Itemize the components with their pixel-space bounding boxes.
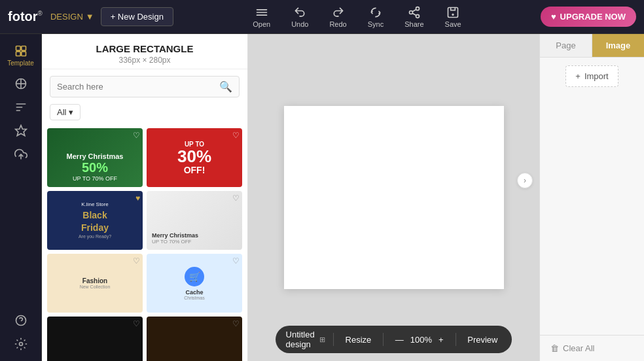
- search-input[interactable]: [57, 82, 219, 92]
- top-bar: fotor® DESIGN ▼ + New Design Open Undo R…: [0, 0, 644, 34]
- svg-point-1: [409, 10, 412, 14]
- trash-icon: 🗑: [550, 343, 559, 353]
- svg-point-2: [416, 14, 419, 18]
- sidebar-item-effects[interactable]: [0, 119, 41, 143]
- template-item[interactable]: UP TO 30% OFF! ♡: [147, 128, 242, 187]
- sidebar-item-help[interactable]: [0, 309, 41, 332]
- svg-line-4: [412, 9, 416, 11]
- template-item[interactable]: 🛒 Cache Christmas ♡: [147, 254, 242, 313]
- right-tabs: Page Image: [540, 34, 644, 58]
- svg-point-0: [416, 7, 419, 10]
- main-area: Template LARGE RECTANGLE 336px × 280px: [0, 34, 644, 361]
- search-icon: 🔍: [219, 80, 232, 93]
- save-button[interactable]: Save: [445, 6, 461, 28]
- redo-button[interactable]: Redo: [329, 6, 346, 28]
- heart-icon: ♥: [551, 12, 556, 22]
- design-name-label: Untitled design: [286, 330, 315, 349]
- chevron-down-icon: ▾: [69, 107, 73, 117]
- divider: [383, 333, 384, 346]
- sidebar-item-settings[interactable]: [0, 332, 41, 356]
- toolbar-actions: Open Undo Redo Sync Share Save: [173, 6, 541, 28]
- template-item[interactable]: SUPERsale ♡: [47, 317, 143, 361]
- filter-dropdown[interactable]: All ▾: [50, 104, 80, 120]
- search-box: 🔍: [50, 76, 240, 97]
- panel-subtitle: 336px × 280px: [52, 56, 237, 65]
- upgrade-button[interactable]: ♥ UPGRADE NOW: [541, 7, 636, 27]
- zoom-out-button[interactable]: —: [391, 334, 408, 346]
- right-spacer: [540, 95, 644, 335]
- divider: [456, 333, 456, 346]
- preview-button[interactable]: Preview: [463, 334, 501, 346]
- svg-rect-6: [16, 46, 20, 51]
- panel-header: LARGE RECTANGLE 336px × 280px: [42, 34, 247, 69]
- sidebar-item-upload[interactable]: [0, 143, 41, 166]
- right-panel: Page Image + Import 🗑 Clear All: [539, 34, 644, 361]
- tab-page[interactable]: Page: [540, 34, 592, 57]
- new-design-button[interactable]: + New Design: [101, 7, 173, 26]
- design-button[interactable]: DESIGN ▼: [50, 12, 94, 22]
- svg-marker-13: [15, 126, 26, 136]
- template-item[interactable]: K.line Store Black Friday Are you Ready?…: [47, 191, 143, 250]
- template-panel: LARGE RECTANGLE 336px × 280px 🔍 All ▾ Me…: [42, 34, 248, 361]
- template-item[interactable]: Fashion New Collection ♡: [47, 254, 143, 313]
- svg-rect-9: [21, 52, 26, 56]
- sidebar-item-elements[interactable]: [0, 72, 41, 95]
- canvas-white[interactable]: [284, 106, 504, 289]
- svg-rect-5: [448, 7, 458, 17]
- clear-all-button[interactable]: 🗑 Clear All: [540, 335, 644, 361]
- plus-icon: +: [575, 71, 581, 81]
- open-button[interactable]: Open: [253, 6, 270, 28]
- search-row: 🔍: [42, 69, 247, 101]
- bottom-bar: Untitled design ⊞ Resize — 100% + Previe…: [276, 326, 512, 353]
- panel-toggle-button[interactable]: ›: [517, 173, 533, 188]
- tab-image[interactable]: Image: [592, 34, 644, 57]
- share-button[interactable]: Share: [404, 6, 423, 28]
- template-item[interactable]: Merry Christmas 50% UP TO 70% OFF ♡: [47, 128, 143, 187]
- svg-line-3: [412, 13, 416, 15]
- undo-button[interactable]: Undo: [291, 6, 308, 28]
- sync-button[interactable]: Sync: [368, 6, 384, 28]
- sidebar-item-text[interactable]: [0, 95, 41, 119]
- template-grid: Merry Christmas 50% UP TO 70% OFF ♡ UP T…: [42, 126, 247, 361]
- panel-title: LARGE RECTANGLE: [52, 43, 237, 54]
- resize-button[interactable]: Resize: [342, 334, 376, 346]
- canvas-area: Untitled design ⊞ Resize — 100% + Previe…: [248, 34, 539, 361]
- icon-sidebar: Template: [0, 34, 42, 361]
- svg-point-17: [19, 343, 22, 346]
- template-item[interactable]: Merry Christmas UP TO 70% OFF ♡: [147, 191, 242, 250]
- zoom-in-button[interactable]: +: [435, 334, 448, 346]
- svg-rect-7: [21, 46, 26, 51]
- divider: [333, 333, 334, 346]
- design-icon: ⊞: [319, 335, 325, 344]
- sidebar-item-template[interactable]: Template: [0, 39, 41, 72]
- logo: fotor®: [8, 9, 43, 24]
- zoom-level: 100%: [410, 335, 432, 345]
- template-item[interactable]: Fashion ♡: [147, 317, 242, 361]
- svg-rect-8: [16, 52, 20, 56]
- filter-row: All ▾: [42, 101, 247, 126]
- import-button[interactable]: + Import: [565, 65, 618, 87]
